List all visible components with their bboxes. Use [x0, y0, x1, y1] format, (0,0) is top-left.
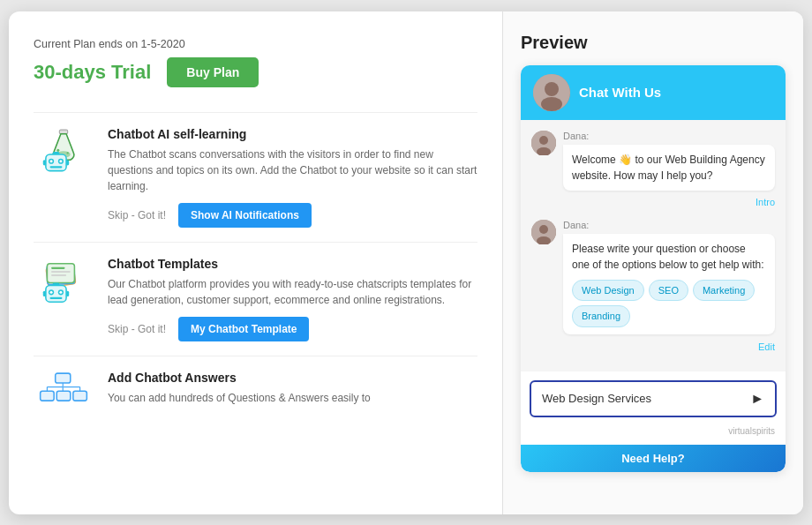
svg-rect-19: [46, 285, 66, 302]
svg-point-44: [539, 225, 548, 234]
chat-footer: virtualspirits: [521, 424, 786, 443]
msg-bubble-1: Welcome 👋 to our Web Building Agency web…: [563, 145, 775, 191]
svg-point-3: [66, 152, 68, 154]
edit-anchor[interactable]: Edit: [758, 341, 775, 352]
trial-label: 30-days Trial: [34, 61, 151, 84]
feature-ai-title: Chatbot AI self-learning: [108, 127, 477, 141]
tag-marketing[interactable]: Marketing: [693, 280, 755, 302]
ai-icon: [34, 127, 94, 182]
tag-web-design[interactable]: Web Design: [572, 280, 644, 302]
svg-rect-9: [50, 166, 63, 168]
chat-header-avatar: [533, 74, 570, 111]
feature-templates-skip: Skip - Got it!: [108, 323, 166, 335]
chat-message-1: Dana: Welcome 👋 to our Web Building Agen…: [531, 131, 775, 209]
chat-input-text: Web Design Services: [542, 392, 651, 405]
buy-plan-button[interactable]: Buy Plan: [167, 57, 259, 87]
svg-point-22: [50, 290, 53, 293]
templates-icon: [34, 257, 94, 311]
plan-info: Current Plan ends on 1-5-2020: [34, 38, 477, 50]
need-help-bar[interactable]: Need Help?: [521, 445, 786, 472]
svg-rect-4: [46, 154, 66, 171]
svg-point-39: [541, 97, 562, 111]
msg-content-1: Dana: Welcome 👋 to our Web Building Agen…: [563, 131, 775, 209]
msg-content-2: Dana: Please write your question or choo…: [563, 220, 775, 354]
svg-rect-15: [47, 263, 74, 282]
svg-point-7: [50, 160, 53, 162]
feature-answers-content: Add Chatbot Answers You can add hundreds…: [108, 371, 477, 415]
feature-row-ai: Chatbot AI self-learning The Chatbot sca…: [34, 112, 477, 242]
edit-link: Edit: [563, 338, 775, 354]
msg-avatar-2: [531, 220, 556, 244]
chat-header-text: Chat With Us: [579, 85, 661, 100]
chat-tags: Web Design SEO Marketing Branding: [572, 280, 766, 327]
chat-header: Chat With Us: [521, 65, 786, 120]
chat-input-row[interactable]: Web Design Services ►: [530, 380, 777, 417]
chat-body: Dana: Welcome 👋 to our Web Building Agen…: [521, 120, 786, 371]
tag-seo[interactable]: SEO: [649, 280, 688, 302]
svg-rect-25: [43, 290, 46, 296]
svg-point-2: [56, 148, 59, 151]
msg-sender-2: Dana:: [563, 220, 775, 230]
show-ai-notifications-button[interactable]: Show AI Notifications: [178, 203, 312, 228]
right-panel: Preview Chat With Us: [503, 11, 803, 514]
answers-icon: [34, 371, 94, 425]
svg-rect-26: [66, 290, 69, 296]
svg-rect-31: [73, 391, 87, 401]
svg-point-8: [59, 160, 62, 162]
trial-row: 30-days Trial Buy Plan: [34, 57, 477, 87]
feature-ai-actions: Skip - Got it! Show AI Notifications: [108, 203, 477, 228]
left-panel: Current Plan ends on 1-5-2020 30-days Tr…: [9, 11, 503, 514]
feature-templates-content: Chatbot Templates Our Chatbot platform p…: [108, 257, 477, 341]
svg-rect-24: [50, 296, 63, 298]
svg-rect-10: [43, 160, 46, 165]
svg-point-38: [545, 82, 559, 96]
svg-rect-29: [41, 391, 55, 401]
feature-answers-title: Add Chatbot Answers: [108, 371, 477, 385]
feature-row-answers: Add Chatbot Answers You can add hundreds…: [34, 356, 477, 439]
chat-message-2: Dana: Please write your question or choo…: [531, 220, 775, 354]
svg-rect-27: [53, 282, 60, 285]
main-container: Current Plan ends on 1-5-2020 30-days Tr…: [9, 11, 803, 514]
feature-ai-skip: Skip - Got it!: [108, 209, 166, 221]
preview-title: Preview: [521, 33, 786, 53]
msg-link-1: Intro: [563, 193, 775, 209]
svg-point-23: [59, 290, 62, 293]
my-chatbot-template-button[interactable]: My Chatbot Template: [178, 317, 309, 341]
feature-templates-desc: Our Chatbot platform provides you with r…: [108, 276, 477, 308]
msg-avatar-1: [531, 131, 556, 155]
svg-point-41: [539, 136, 548, 145]
send-icon[interactable]: ►: [750, 391, 764, 407]
svg-rect-18: [51, 274, 66, 276]
svg-rect-11: [66, 160, 69, 165]
intro-link[interactable]: Intro: [756, 197, 775, 207]
svg-rect-17: [51, 271, 71, 273]
svg-rect-12: [53, 151, 60, 154]
chat-widget: Chat With Us Dana: Welcome 👋: [521, 65, 786, 472]
tag-branding[interactable]: Branding: [572, 305, 630, 327]
feature-templates-title: Chatbot Templates: [108, 257, 477, 271]
svg-rect-28: [56, 373, 71, 383]
msg-bubble-2: Please write your question or choose one…: [563, 234, 775, 334]
feature-ai-desc: The Chatbot scans conversations with the…: [108, 146, 477, 194]
feature-ai-content: Chatbot AI self-learning The Chatbot sca…: [108, 127, 477, 228]
feature-templates-actions: Skip - Got it! My Chatbot Template: [108, 317, 477, 341]
svg-rect-30: [56, 391, 71, 401]
svg-rect-16: [51, 266, 65, 268]
feature-row-templates: Chatbot Templates Our Chatbot platform p…: [34, 242, 477, 356]
msg-sender-1: Dana:: [563, 131, 775, 141]
feature-answers-desc: You can add hundreds of Questions & Answ…: [108, 390, 477, 406]
